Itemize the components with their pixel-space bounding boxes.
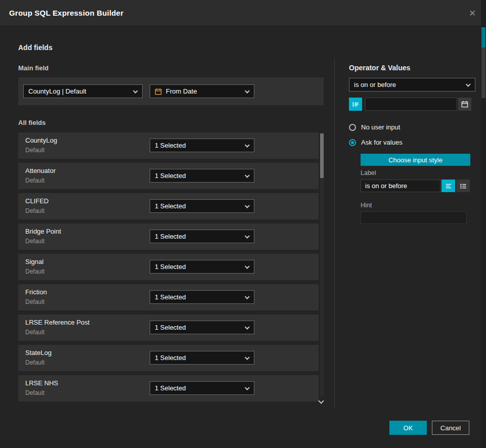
field-values-select[interactable]: 1 Selected: [150, 139, 254, 152]
radio-circle-icon: [349, 139, 356, 146]
field-row: Attenuator Default 1 Selected: [18, 163, 319, 189]
field-subtitle: Default: [25, 389, 45, 396]
chevron-down-icon: [245, 173, 250, 178]
field-subtitle: Default: [25, 359, 45, 366]
operator-select-value: is on or before: [354, 81, 463, 88]
value-input[interactable]: [365, 98, 457, 111]
chevron-down-icon: [245, 143, 250, 148]
main-layer-select[interactable]: CountyLog | Default: [23, 84, 143, 98]
radio-ask-for-values[interactable]: Ask for values: [349, 139, 403, 146]
field-values-select[interactable]: 1 Selected: [150, 321, 254, 334]
field-name: LRSE Reference Post: [25, 319, 90, 326]
field-lines-icon: [352, 101, 360, 108]
field-row: LRSE Reference Post Default 1 Selected: [18, 315, 319, 341]
chevron-down-icon: [245, 355, 250, 360]
selected-count: 1 Selected: [155, 324, 242, 331]
field-values-select[interactable]: 1 Selected: [150, 351, 254, 365]
chevron-down-icon: [466, 82, 471, 87]
field-values-select[interactable]: 1 Selected: [150, 290, 254, 304]
field-subtitle: Default: [25, 147, 45, 154]
selected-count: 1 Selected: [155, 354, 242, 362]
field-row: CLIFED Default 1 Selected: [18, 193, 319, 219]
field-subtitle: Default: [25, 298, 45, 305]
selected-count: 1 Selected: [155, 293, 242, 301]
field-subtitle: Default: [25, 329, 45, 336]
field-name: CLIFED: [25, 197, 49, 205]
label-caption: Label: [361, 169, 376, 176]
radio-label: No user input: [361, 123, 400, 131]
calendar-icon: [461, 101, 468, 108]
date-picker-button[interactable]: [458, 98, 471, 111]
radio-label: Ask for values: [361, 139, 403, 146]
chevron-down-icon: [245, 385, 250, 390]
field-subtitle: Default: [25, 268, 45, 275]
operator-select[interactable]: is on or before: [349, 78, 475, 92]
main-date-field-select-value: From Date: [166, 87, 242, 95]
single-line-style-button[interactable]: [441, 180, 455, 192]
label-input[interactable]: [361, 180, 440, 192]
section-divider: [334, 60, 335, 408]
group-sql-expression-builder-dialog: Group SQL Expression Builder ✕ Add field…: [0, 0, 486, 448]
align-left-icon: [445, 183, 452, 190]
field-name: StateLog: [25, 349, 52, 356]
hint-input[interactable]: [361, 211, 467, 224]
choose-input-style-button[interactable]: Choose input style: [361, 154, 470, 166]
dialog-title: Group SQL Expression Builder: [9, 9, 123, 17]
cancel-button[interactable]: Cancel: [432, 421, 469, 435]
field-values-select[interactable]: 1 Selected: [150, 199, 254, 213]
field-name: LRSE NHS: [25, 379, 58, 387]
scroll-down-icon[interactable]: [318, 398, 324, 404]
field-values-select[interactable]: 1 Selected: [150, 381, 254, 395]
main-date-field-select[interactable]: From Date: [150, 84, 254, 98]
chevron-down-icon: [245, 264, 250, 269]
radio-no-user-input[interactable]: No user input: [349, 123, 400, 131]
field-name: Attenuator: [25, 167, 56, 174]
selected-count: 1 Selected: [155, 142, 242, 149]
field-name: CountyLog: [25, 137, 57, 144]
selected-count: 1 Selected: [155, 263, 242, 271]
field-row: Bridge Point Default 1 Selected: [18, 223, 319, 250]
field-values-select[interactable]: 1 Selected: [150, 169, 254, 183]
field-row: Friction Default 1 Selected: [18, 284, 319, 310]
use-field-value-button[interactable]: [349, 98, 362, 111]
main-field-label: Main field: [18, 64, 49, 72]
chevron-down-icon: [245, 234, 250, 239]
selected-count: 1 Selected: [155, 233, 242, 240]
selected-count: 1 Selected: [155, 202, 242, 210]
field-values-select[interactable]: 1 Selected: [150, 230, 254, 243]
list-style-button[interactable]: [456, 180, 470, 192]
add-fields-heading: Add fields: [18, 43, 53, 52]
field-row: StateLog Default 1 Selected: [18, 345, 319, 371]
field-name: Friction: [25, 288, 47, 296]
field-values-select[interactable]: 1 Selected: [150, 260, 254, 274]
list-scrollbar-thumb[interactable]: [320, 133, 324, 178]
selected-count: 1 Selected: [155, 384, 242, 392]
field-name: Signal: [25, 258, 43, 265]
field-subtitle: Default: [25, 207, 45, 214]
operator-values-heading: Operator & Values: [349, 64, 410, 72]
all-fields-label: All fields: [18, 119, 46, 126]
radio-circle-icon: [349, 124, 356, 131]
selected-count: 1 Selected: [155, 172, 242, 180]
chevron-down-icon: [245, 88, 250, 94]
dialog-scrollbar-accent: [481, 27, 485, 48]
dialog-header: Group SQL Expression Builder: [0, 0, 486, 26]
field-subtitle: Default: [25, 177, 45, 184]
ok-button[interactable]: OK: [389, 421, 427, 435]
chevron-down-icon: [245, 325, 250, 330]
chevron-down-icon: [133, 88, 138, 94]
close-icon[interactable]: ✕: [466, 7, 479, 20]
field-name: Bridge Point: [25, 228, 61, 235]
field-subtitle: Default: [25, 238, 45, 245]
chevron-down-icon: [245, 203, 250, 208]
calendar-icon: [155, 88, 162, 95]
field-row: LRSE NHS Default 1 Selected: [18, 375, 319, 401]
field-row: Signal Default 1 Selected: [18, 254, 319, 280]
bullet-list-icon: [460, 183, 467, 190]
main-layer-select-value: CountyLog | Default: [28, 87, 130, 95]
chevron-down-icon: [245, 294, 250, 299]
hint-caption: Hint: [361, 202, 372, 209]
field-row: CountyLog Default 1 Selected: [18, 132, 319, 159]
